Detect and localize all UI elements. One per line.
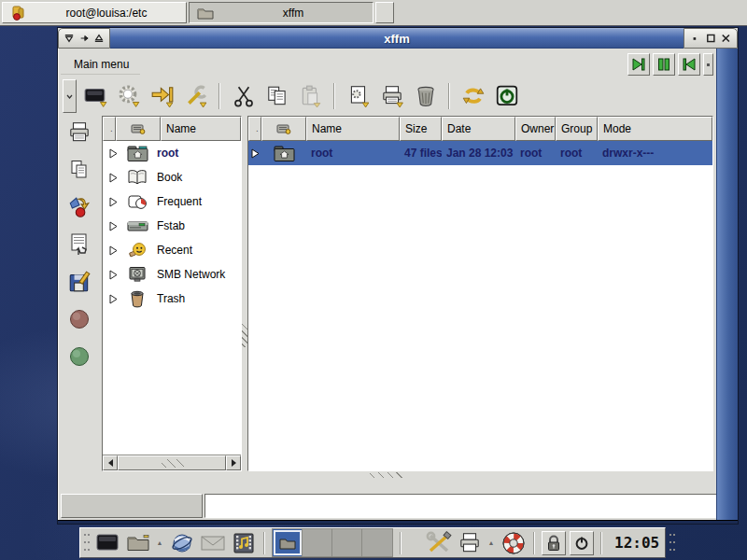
tree-item-smb-network[interactable]: SMB Network [103,262,241,287]
panel-lock-button[interactable] [542,531,566,555]
goto-button[interactable] [147,81,177,112]
tree-item-trash[interactable]: Trash [103,287,241,311]
window-bottom-border[interactable] [58,520,738,524]
side-copy-button[interactable] [65,157,93,183]
expander-icon[interactable] [103,294,123,304]
expander-icon[interactable] [103,173,123,183]
tree-item-frequent[interactable]: Frequent [103,189,241,214]
file-header-icon-column[interactable] [261,117,306,141]
expander-icon[interactable] [103,221,123,231]
side-sphere-brown-button[interactable] [65,306,93,332]
dropdown-chevron-icon [66,94,73,99]
fstab-icon [123,218,151,233]
panel-popup-arrow[interactable]: ▲ [155,529,164,556]
top-taskbar: root@louisa:/etc xffm [0,0,747,26]
settings-button[interactable] [113,81,144,112]
pause-button[interactable] [653,53,675,76]
expander-icon[interactable] [103,148,123,159]
pager-desktop-2[interactable] [303,529,332,556]
titlebar[interactable]: xffm [58,28,738,49]
tree-item-label: root [151,147,178,160]
refresh-button[interactable] [458,81,488,112]
panel-settings-button[interactable] [425,529,452,556]
shade-icon[interactable] [94,33,104,44]
file-header-handle[interactable]: ․ [248,117,261,141]
close-icon[interactable] [721,33,731,44]
scroll-left-button[interactable] [103,455,118,470]
file-header-mode[interactable]: Mode [598,117,712,141]
panel-browser-button[interactable] [168,529,195,556]
expander-icon[interactable] [248,148,261,159]
menubar: Main menu [61,52,713,77]
tree-header-name[interactable]: Name [161,117,241,141]
file-header-owner[interactable]: Owner [515,117,556,141]
titlebar-drag-area[interactable]: xffm [110,28,684,49]
panel-print-button[interactable] [456,529,483,556]
cut-button[interactable] [228,81,259,112]
tree-item-fstab[interactable]: Fstab [103,214,241,238]
side-touch-button[interactable] [65,231,93,258]
side-save-button[interactable] [65,269,93,295]
panel-mail-button[interactable] [199,529,226,556]
side-run-button[interactable] [65,194,93,220]
tree-horizontal-scrollbar [103,455,241,470]
window-right-border[interactable] [716,49,738,520]
power-icon [574,536,589,551]
panel-file-manager-button[interactable] [124,529,151,556]
toolbar-dropdown-button[interactable] [63,79,77,113]
panel-multimedia-button[interactable] [230,529,257,556]
tree-item-book[interactable]: Book [103,165,241,189]
panel-help-button[interactable] [500,529,527,556]
file-header: ․ Name Size Date Owner Group [248,117,712,141]
quit-button[interactable] [491,81,522,112]
copy-button[interactable] [261,81,292,112]
expander-icon[interactable] [103,197,123,207]
file-cell-mode: drwxr-x--- [598,147,712,160]
pager-desktop-3[interactable] [332,529,362,556]
tree-item-root[interactable]: root [103,141,241,165]
back-button[interactable] [678,53,700,76]
tree-header-icon-column[interactable] [116,117,161,141]
stick-icon[interactable] [79,33,89,44]
scrollbar-thumb[interactable] [118,455,226,470]
panel-grip-right[interactable] [669,532,675,554]
pager-desktop-4[interactable] [362,529,392,556]
bottom-splitter[interactable] [59,471,713,479]
file-header-size[interactable]: Size [400,117,442,141]
pager-desktop-1[interactable] [273,529,303,556]
panel-terminal-button[interactable] [93,529,120,556]
file-header-group[interactable]: Group [556,117,598,141]
terminal-button[interactable] [79,81,110,112]
status-entry[interactable] [204,494,735,518]
file-header-date[interactable]: Date [442,117,515,141]
expander-icon[interactable] [103,270,123,280]
panel-clock[interactable]: 12:05 [609,534,665,552]
main-menu-item[interactable]: Main menu [61,55,140,75]
panel-quit-button[interactable] [570,531,594,555]
hide-icon[interactable] [690,33,700,44]
menu-icon[interactable] [64,33,74,44]
panel-popup-arrow[interactable]: ▲ [486,529,496,556]
tree-item-recent[interactable]: Recent [103,238,241,262]
nav-more-button[interactable] [703,53,713,76]
file-row-root[interactable]: root 47 files Jan 28 12:03 root root drw… [248,141,712,165]
taskbar-task-xffm[interactable]: xffm [189,2,374,23]
expander-icon[interactable] [103,245,123,256]
taskbar-task-terminal[interactable]: root@louisa:/etc [2,2,187,23]
side-sphere-green-button[interactable] [65,343,93,370]
print-button[interactable] [376,81,407,112]
forward-button[interactable] [627,53,650,76]
properties-button[interactable] [343,81,374,112]
side-print-button[interactable] [65,119,93,146]
globe-browser-icon [170,531,194,555]
panel-grip-left[interactable] [83,532,90,554]
paste-button[interactable] [295,81,326,112]
tools-button[interactable] [180,81,211,112]
trash-button[interactable] [410,81,441,112]
maximize-icon[interactable] [706,33,716,44]
tree-header-handle[interactable]: ․ [103,117,116,141]
taskbar-blank-button[interactable] [375,2,394,23]
scroll-right-button[interactable] [226,455,241,470]
panel-separator [400,532,402,554]
file-header-name[interactable]: Name [306,117,400,141]
